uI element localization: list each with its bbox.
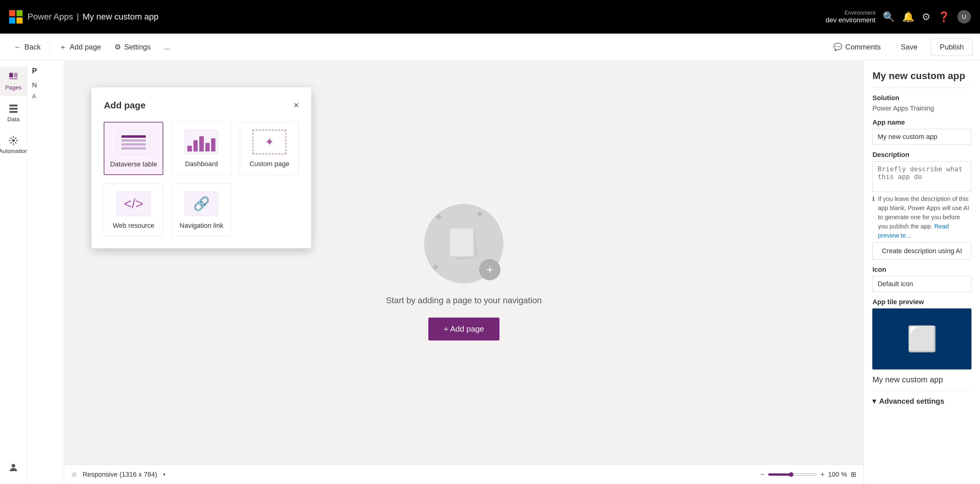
pages-panel-subtitle: N	[32, 81, 59, 89]
settings-icon[interactable]: ⚙	[922, 11, 931, 22]
tile-app-name: My new custom app	[872, 375, 972, 385]
svg-rect-8	[10, 108, 18, 110]
more-label: ...	[164, 43, 170, 51]
svg-point-10	[12, 139, 15, 142]
icon-field-group: Icon Default icon	[872, 266, 972, 292]
back-button[interactable]: ← Back	[7, 38, 47, 56]
more-button[interactable]: ...	[158, 38, 177, 56]
icon-selector[interactable]: Default icon	[872, 276, 972, 292]
environment-name: dev environment	[826, 16, 875, 24]
svg-rect-2	[9, 18, 15, 24]
svg-point-11	[11, 464, 15, 468]
sidebar-item-automation[interactable]: Automation	[0, 130, 27, 160]
chevron-down-icon: ▾	[872, 397, 876, 406]
add-page-label: Add page	[70, 43, 101, 51]
modal-item-dataverse[interactable]: Dataverse table	[104, 122, 163, 175]
toolbar-right-actions: 💬 Comments Save Publish	[827, 38, 973, 56]
app-name-field-group: App name	[872, 118, 972, 145]
add-page-modal: Add page ×	[92, 87, 311, 248]
topbar: Power Apps | My new custom app Environme…	[0, 0, 980, 34]
dashboard-icon	[183, 128, 220, 156]
sidebar-user-button[interactable]	[0, 457, 27, 478]
add-page-button[interactable]: ＋ Add page	[52, 38, 108, 56]
comments-label: Comments	[845, 43, 881, 51]
web-resource-icon: </>	[115, 190, 152, 217]
right-panel-title: My new custom app	[872, 70, 972, 88]
navigation-link-label: Navigation link	[180, 222, 223, 230]
svg-rect-4	[10, 73, 13, 78]
custom-page-icon: ✦	[251, 128, 288, 156]
settings-label: Settings	[124, 43, 151, 51]
sidebar-automation-label: Automation	[0, 148, 28, 155]
environment-info: Environment dev environment	[826, 10, 875, 24]
modal-item-dashboard[interactable]: Dashboard	[172, 122, 231, 175]
help-icon[interactable]: ❓	[938, 11, 950, 22]
sidebar-pages-label: Pages	[5, 84, 22, 91]
icon-value: Default icon	[878, 280, 913, 288]
toolbar: ← Back ＋ Add page ⚙ Settings ... 💬 Comme…	[0, 34, 980, 61]
power-apps-label: Power Apps	[27, 12, 73, 22]
svg-rect-0	[9, 10, 15, 16]
modal-item-custom-page[interactable]: ✦ Custom page	[240, 122, 299, 175]
toolbar-separator	[50, 40, 50, 54]
save-label: Save	[901, 43, 918, 51]
data-icon	[8, 103, 19, 114]
comments-button[interactable]: 💬 Comments	[827, 38, 888, 56]
sidebar: Pages Data Automation	[0, 61, 27, 484]
environment-label: Environment	[845, 10, 875, 16]
code-icon: </>	[124, 196, 143, 211]
topbar-brand: Power Apps | My new custom app	[27, 12, 159, 22]
modal-item-nav-link[interactable]: 🔗 Navigation link	[172, 184, 231, 236]
modal-overlay: Add page ×	[64, 61, 864, 484]
dashboard-label: Dashboard	[185, 160, 218, 168]
search-icon[interactable]: 🔍	[883, 11, 895, 22]
advanced-settings-label: Advanced settings	[879, 397, 944, 406]
description-label: Description	[872, 151, 972, 159]
app-tile-preview-label: App tile preview	[872, 298, 972, 306]
topbar-separator: |	[76, 12, 79, 22]
pages-panel: P N A	[27, 61, 64, 484]
back-label: Back	[24, 43, 41, 51]
save-button[interactable]: Save	[892, 38, 926, 56]
user-avatar[interactable]: U	[958, 10, 971, 24]
modal-close-button[interactable]: ×	[294, 99, 299, 111]
gear-icon: ⚙	[115, 43, 121, 51]
app-tile-preview-group: App tile preview ⬜ My new custom app	[872, 298, 972, 385]
dataverse-label: Dataverse table	[110, 160, 157, 168]
app-tile-box: ⬜	[872, 308, 972, 369]
advanced-settings-toggle[interactable]: ▾ Advanced settings	[872, 391, 972, 406]
app-name-input[interactable]	[872, 129, 972, 145]
navigation-link-icon: 🔗	[183, 190, 220, 217]
svg-rect-1	[16, 10, 22, 16]
info-icon: ℹ	[872, 194, 875, 240]
publish-button[interactable]: Publish	[931, 38, 973, 56]
topbar-right: Environment dev environment 🔍 🔔 ⚙ ❓ U	[826, 10, 971, 24]
description-field-group: Description ℹ If you leave the descripti…	[872, 151, 972, 260]
solution-label: Solution	[872, 94, 972, 102]
publish-label: Publish	[940, 43, 964, 51]
sidebar-item-pages[interactable]: Pages	[0, 67, 27, 96]
ai-info-content: If you leave the description of this app…	[878, 194, 972, 240]
comments-icon: 💬	[833, 43, 842, 51]
link-icon: 🔗	[193, 196, 210, 212]
svg-rect-3	[16, 18, 22, 24]
svg-rect-7	[10, 105, 18, 107]
add-icon: ＋	[59, 42, 67, 52]
logo-area: Power Apps | My new custom app	[9, 10, 159, 24]
sidebar-bottom	[0, 457, 27, 478]
modal-item-web-resource[interactable]: </> Web resource	[104, 184, 163, 236]
sidebar-item-data[interactable]: Data	[0, 98, 27, 128]
create-ai-button[interactable]: Create description using AI	[872, 243, 972, 260]
modal-header: Add page ×	[104, 99, 299, 111]
svg-rect-9	[10, 111, 18, 113]
automation-icon	[8, 135, 19, 146]
svg-rect-5	[14, 73, 18, 78]
sidebar-data-label: Data	[7, 116, 19, 123]
topbar-app-name: My new custom app	[83, 12, 159, 22]
notification-icon[interactable]: 🔔	[902, 11, 915, 22]
solution-value: Power Apps Training	[872, 104, 972, 112]
description-textarea[interactable]	[872, 161, 972, 192]
icon-label: Icon	[872, 266, 972, 273]
canvas-area: ✦ ✦ ✦ ✦ + Start by adding a page to your…	[64, 61, 864, 484]
settings-button[interactable]: ⚙ Settings	[108, 38, 158, 56]
